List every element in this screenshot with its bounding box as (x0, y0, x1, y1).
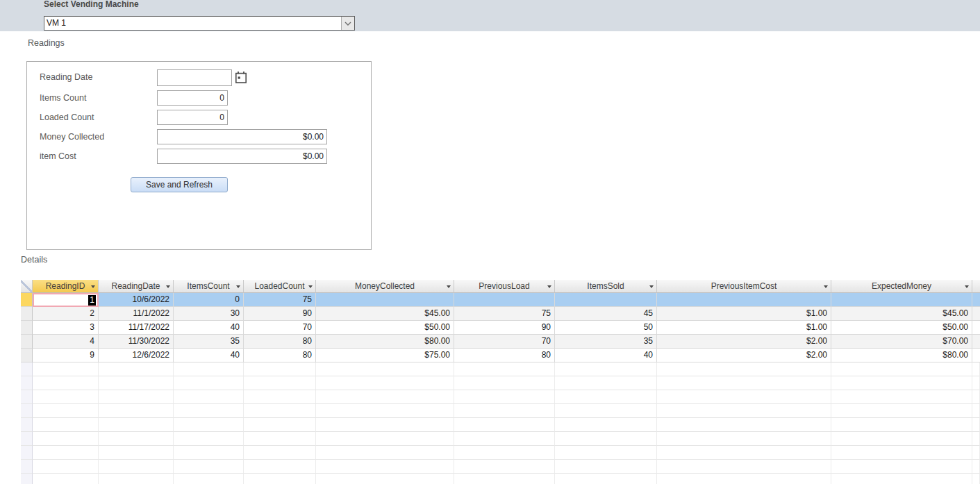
row-selector[interactable] (21, 460, 33, 474)
empty-cell[interactable] (33, 418, 99, 432)
empty-cell[interactable] (33, 404, 99, 418)
table-cell[interactable]: $75.00 (316, 349, 454, 362)
table-cell[interactable]: 80 (244, 349, 316, 362)
empty-cell[interactable] (454, 474, 555, 484)
empty-cell[interactable] (657, 446, 831, 460)
filter-arrow-icon[interactable] (824, 285, 828, 288)
empty-cell[interactable] (244, 474, 316, 484)
empty-cell[interactable] (244, 418, 316, 432)
row-selector[interactable] (21, 418, 33, 432)
row-selector[interactable] (21, 349, 33, 362)
empty-cell[interactable] (831, 418, 972, 432)
filter-arrow-icon[interactable] (236, 285, 240, 288)
column-header-readingid[interactable]: ReadingID (33, 280, 99, 293)
table-cell[interactable]: 50 (555, 321, 657, 335)
filter-arrow-icon[interactable] (308, 285, 313, 288)
empty-cell[interactable] (831, 362, 972, 376)
save-and-refresh-button[interactable]: Save and Refresh (131, 177, 228, 192)
column-header-readingdate[interactable]: ReadingDate (99, 280, 174, 293)
empty-cell[interactable] (831, 474, 972, 484)
table-cell[interactable]: $45.00 (831, 307, 972, 321)
column-header-itemscount[interactable]: ItemsCount (174, 280, 244, 293)
table-cell[interactable]: 70 (454, 335, 555, 349)
calendar-icon[interactable] (235, 71, 248, 84)
items-count-input[interactable] (157, 90, 228, 106)
table-cell[interactable]: 35 (174, 335, 244, 349)
empty-cell[interactable] (555, 362, 657, 376)
empty-cell[interactable] (555, 376, 657, 390)
table-cell[interactable]: $50.00 (831, 321, 972, 335)
empty-cell[interactable] (316, 446, 454, 460)
row-selector[interactable] (21, 376, 33, 390)
table-cell[interactable]: $80.00 (316, 335, 454, 349)
table-cell[interactable]: $2.00 (657, 349, 831, 362)
empty-cell[interactable] (454, 460, 555, 474)
table-cell[interactable]: $50.00 (316, 321, 454, 335)
empty-cell[interactable] (657, 460, 831, 474)
empty-cell[interactable] (555, 474, 657, 484)
table-cell[interactable]: 9 (33, 349, 99, 362)
empty-cell[interactable] (454, 446, 555, 460)
empty-cell[interactable] (555, 432, 657, 446)
empty-cell[interactable] (657, 474, 831, 484)
table-cell[interactable] (555, 293, 657, 307)
empty-cell[interactable] (99, 446, 174, 460)
empty-cell[interactable] (244, 460, 316, 474)
table-cell[interactable]: 40 (174, 321, 244, 335)
table-cell[interactable]: $1.00 (657, 307, 831, 321)
empty-cell[interactable] (454, 404, 555, 418)
chevron-down-icon[interactable] (341, 17, 354, 30)
empty-cell[interactable] (316, 474, 454, 484)
empty-cell[interactable] (657, 432, 831, 446)
empty-cell[interactable] (316, 460, 454, 474)
column-header-itemssold[interactable]: ItemsSold (555, 280, 657, 293)
empty-cell[interactable] (316, 376, 454, 390)
empty-cell[interactable] (244, 376, 316, 390)
table-cell[interactable]: $2.00 (657, 335, 831, 349)
empty-cell[interactable] (174, 460, 244, 474)
row-selector[interactable] (21, 307, 33, 321)
table-cell[interactable]: 90 (454, 321, 555, 335)
empty-cell[interactable] (174, 390, 244, 404)
table-cell[interactable]: 0 (174, 293, 244, 307)
empty-cell[interactable] (174, 474, 244, 484)
empty-cell[interactable] (99, 390, 174, 404)
table-cell[interactable]: 11/1/2022 (99, 307, 174, 321)
empty-cell[interactable] (316, 404, 454, 418)
empty-cell[interactable] (99, 404, 174, 418)
empty-cell[interactable] (33, 390, 99, 404)
empty-cell[interactable] (555, 390, 657, 404)
column-header-loadedcount[interactable]: LoadedCount (244, 280, 316, 293)
row-selector[interactable] (21, 335, 33, 349)
empty-cell[interactable] (454, 390, 555, 404)
column-header-previousload[interactable]: PreviousLoad (454, 280, 555, 293)
table-cell[interactable]: 70 (244, 321, 316, 335)
table-cell[interactable] (454, 293, 555, 307)
empty-cell[interactable] (555, 446, 657, 460)
table-cell[interactable]: 75 (244, 293, 316, 307)
table-cell[interactable]: 10/6/2022 (99, 293, 174, 307)
table-cell[interactable]: 80 (454, 349, 555, 362)
empty-cell[interactable] (174, 362, 244, 376)
table-cell[interactable]: 3 (33, 321, 99, 335)
filter-arrow-icon[interactable] (166, 285, 170, 288)
table-cell[interactable]: 11/30/2022 (99, 335, 174, 349)
column-header-moneycollected[interactable]: MoneyCollected (316, 280, 454, 293)
empty-cell[interactable] (174, 418, 244, 432)
empty-cell[interactable] (33, 446, 99, 460)
table-cell[interactable]: $45.00 (316, 307, 454, 321)
table-cell[interactable]: 12/6/2022 (99, 349, 174, 362)
loaded-count-input[interactable] (157, 110, 228, 125)
empty-cell[interactable] (244, 390, 316, 404)
column-header-expectedmoney[interactable]: ExpectedMoney (831, 280, 972, 293)
table-cell[interactable] (316, 293, 454, 307)
empty-cell[interactable] (244, 432, 316, 446)
filter-arrow-icon[interactable] (547, 285, 551, 288)
table-cell[interactable]: 4 (33, 335, 99, 349)
empty-cell[interactable] (316, 418, 454, 432)
reading-date-input[interactable] (157, 69, 232, 86)
empty-cell[interactable] (99, 460, 174, 474)
row-selector[interactable] (21, 390, 33, 404)
column-header-previousitemcost[interactable]: PreviousItemCost (657, 280, 831, 293)
empty-cell[interactable] (174, 446, 244, 460)
